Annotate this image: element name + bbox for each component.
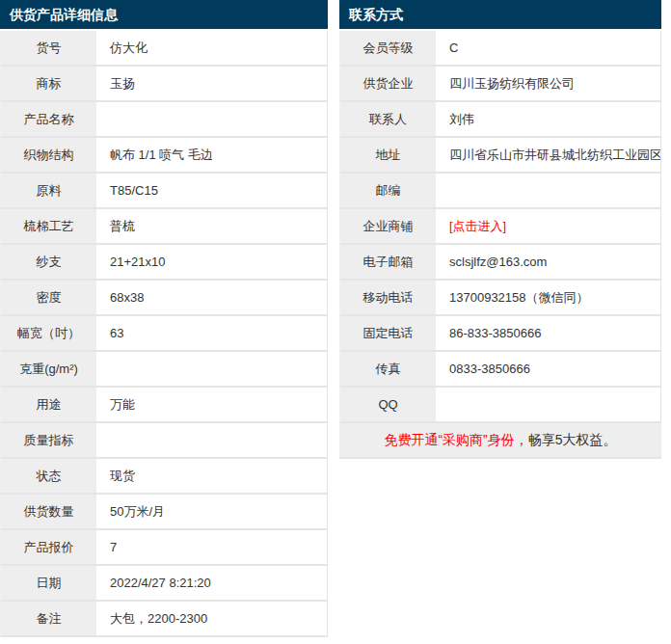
contact-row-label: 固定电话 [340,316,438,350]
contact-title: 联系方式 [349,7,403,22]
contact-row: 固定电话86-833-3850666 [340,316,660,352]
product-row-label: 状态 [1,459,98,493]
product-row-label: 幅宽（吋） [1,316,98,350]
product-row-label: 商标 [1,67,98,100]
buyer-promo-highlight: 免费开通“采购商”身份 [384,432,514,449]
product-row-label: 货号 [1,31,98,65]
product-row-value: 大包，2200-2300 [98,602,327,635]
product-row: 质量指标 [1,423,327,459]
contact-row: 电子邮箱sclsjlfz@163.com [340,245,660,281]
product-row-value: 7 [98,530,327,564]
contact-row-value: 刘伟 [438,102,660,136]
contact-row-label: 地址 [340,138,438,172]
buyer-promo-rest: ，畅享5大权益。 [515,432,617,449]
supply-product-table: 货号仿大化商标玉扬产品名称织物结构帆布 1/1 喷气 毛边原料T85/C15梳棉… [0,31,328,637]
product-row: 克重(g/m²) [1,352,327,388]
contact-row-value: 86-833-3850666 [438,316,660,350]
product-row: 状态现货 [1,459,327,495]
contact-row-label: 电子邮箱 [340,245,438,279]
contact-row-value: 13700932158（微信同） [438,281,660,314]
product-row-label: 质量指标 [1,423,98,457]
contact-row-value: sclsjlfz@163.com [438,245,660,279]
product-row: 供货数量50万米/月 [1,495,327,530]
product-row-label: 产品名称 [1,102,98,136]
product-row: 用途万能 [1,388,327,423]
contact-row-label: 邮编 [340,174,438,207]
product-row-label: 梳棉工艺 [1,209,98,243]
product-row-label: 产品报价 [1,530,98,564]
product-row: 幅宽（吋）63 [1,316,327,352]
contact-row-value: C [438,31,660,65]
product-row-label: 备注 [1,602,98,635]
contact-table: 会员等级C供货企业四川玉扬纺织有限公司联系人刘伟地址四川省乐山市井研县城北纺织工… [339,31,661,423]
contact-row-label: 供货企业 [340,67,438,100]
product-row: 梳棉工艺普梳 [1,209,327,245]
supplier-detail-page: 供货产品详细信息 货号仿大化商标玉扬产品名称织物结构帆布 1/1 喷气 毛边原料… [0,0,671,637]
supply-product-title: 供货产品详细信息 [10,7,118,22]
product-row-value: T85/C15 [98,174,327,207]
product-row-label: 供货数量 [1,495,98,528]
product-row: 货号仿大化 [1,31,327,67]
contact-row: QQ [340,388,660,423]
product-row: 备注大包，2200-2300 [1,602,327,637]
contact-row-label: 传真 [340,352,438,386]
contact-row-value [438,388,660,421]
shop-enter-link[interactable]: [点击进入] [449,218,506,235]
product-row: 原料T85/C15 [1,174,327,209]
contact-row-label: 联系人 [340,102,438,136]
contact-row-label: 企业商铺 [340,209,438,243]
contact-row: 会员等级C [340,31,660,67]
supply-product-header: 供货产品详细信息 [0,0,328,29]
contact-row-value: 0833-3850666 [438,352,660,386]
product-row-value: 帆布 1/1 喷气 毛边 [98,138,327,172]
contact-header: 联系方式 [339,0,661,29]
product-row-value: 68x38 [98,281,327,314]
product-row: 密度68x38 [1,281,327,316]
product-row-value [98,102,327,136]
contact-row-value: 四川玉扬纺织有限公司 [438,67,660,100]
product-row-label: 密度 [1,281,98,314]
product-row-value: 万能 [98,388,327,421]
contact-row-label: 移动电话 [340,281,438,314]
product-row-value: 2022/4/27 8:21:20 [98,566,327,600]
product-row-value: 玉扬 [98,67,327,100]
supply-product-panel: 供货产品详细信息 货号仿大化商标玉扬产品名称织物结构帆布 1/1 喷气 毛边原料… [0,0,328,637]
contact-row: 供货企业四川玉扬纺织有限公司 [340,67,660,102]
contact-row: 移动电话13700932158（微信同） [340,281,660,316]
contact-row: 企业商铺[点击进入] [340,209,660,245]
product-row-value: 63 [98,316,327,350]
product-row-value: 现货 [98,459,327,493]
product-row-value: 仿大化 [98,31,327,65]
product-row-value: 普梳 [98,209,327,243]
product-row-value [98,423,327,457]
product-row-value: 50万米/月 [98,495,327,528]
product-row-label: 纱支 [1,245,98,279]
product-row-label: 日期 [1,566,98,600]
product-row-label: 织物结构 [1,138,98,172]
product-row-label: 克重(g/m²) [1,352,98,386]
contact-row-label: 会员等级 [340,31,438,65]
product-row: 纱支21+21x10 [1,245,327,281]
product-row: 产品名称 [1,102,327,138]
contact-row-value: 四川省乐山市井研县城北纺织工业园区 [438,138,660,172]
contact-row-value: [点击进入] [438,209,660,243]
contact-row: 邮编 [340,174,660,209]
contact-panel: 联系方式 会员等级C供货企业四川玉扬纺织有限公司联系人刘伟地址四川省乐山市井研县… [339,0,661,459]
contact-row-value [438,174,660,207]
product-row-label: 原料 [1,174,98,207]
product-row-value [98,352,327,386]
product-row: 产品报价7 [1,530,327,566]
contact-row: 传真0833-3850666 [340,352,660,388]
product-row: 日期2022/4/27 8:21:20 [1,566,327,602]
product-row-value: 21+21x10 [98,245,327,279]
buyer-promo-notice: 免费开通“采购商”身份，畅享5大权益。 [339,423,661,459]
product-row-label: 用途 [1,388,98,421]
contact-row: 联系人刘伟 [340,102,660,138]
product-row: 织物结构帆布 1/1 喷气 毛边 [1,138,327,174]
product-row: 商标玉扬 [1,67,327,102]
contact-row: 地址四川省乐山市井研县城北纺织工业园区 [340,138,660,174]
contact-row-label: QQ [340,388,438,421]
